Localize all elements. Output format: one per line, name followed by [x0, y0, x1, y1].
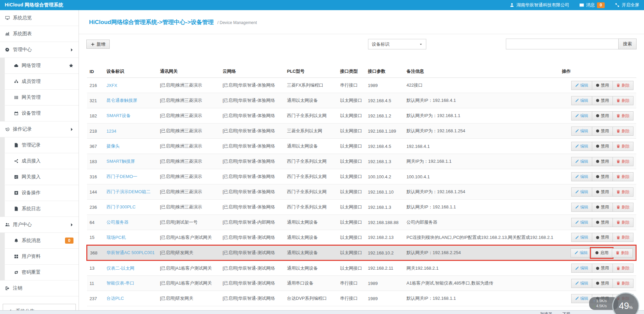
bottombar-item[interactable]: 下载 — [562, 311, 571, 314]
sidebar-item-label: 管理记录 — [22, 142, 41, 148]
disable-button[interactable]: 禁用 — [592, 81, 613, 90]
app-logo[interactable]: HiCloud网络综合管理系统 — [5, 2, 63, 8]
table-row: 144西门子演示DEMO箱二[已启用]株洲三菱演示[已启用]华辰智通-体验网络西… — [87, 184, 636, 200]
edit-button[interactable]: 编辑 — [571, 172, 592, 181]
edit-button[interactable]: 编辑 — [571, 264, 592, 273]
edit-button[interactable]: 编辑 — [571, 157, 592, 166]
sidebar-item-system-log[interactable]: 系统日志 — [0, 201, 79, 217]
edit-button[interactable]: 编辑 — [571, 203, 592, 212]
fullscreen-button[interactable]: 开启全屏 — [615, 2, 639, 8]
delete-button[interactable]: 删除 — [613, 157, 634, 166]
delete-button[interactable]: 删除 — [613, 218, 634, 227]
sidebar-item-gateway-mgmt[interactable]: 网关管理 — [0, 90, 79, 106]
cell-name: 西门子DEMO一 — [104, 169, 157, 184]
delete-button[interactable]: 删除 — [613, 81, 634, 90]
delete-button[interactable]: 删除 — [613, 233, 634, 242]
device-link[interactable]: 智能仪表-串口 — [107, 281, 134, 286]
delete-button[interactable]: 删除 — [613, 172, 634, 181]
disable-button[interactable]: 禁用 — [592, 142, 613, 151]
edit-button-label: 编辑 — [580, 189, 588, 195]
disable-button[interactable]: 禁用 — [592, 127, 613, 136]
enable-button[interactable]: 启用 — [591, 248, 612, 257]
search-input[interactable] — [506, 39, 618, 49]
edit-button[interactable]: 编辑 — [571, 81, 592, 90]
edit-button[interactable]: 编辑 — [571, 142, 592, 151]
delete-button[interactable]: 删除 — [613, 96, 634, 105]
delete-button[interactable]: 删除 — [613, 142, 634, 151]
device-link[interactable]: SMART设备 — [107, 113, 131, 118]
sidebar-item-op-records[interactable]: 操作记录 — [0, 121, 79, 137]
delete-button[interactable]: 删除 — [613, 264, 634, 273]
delete-button[interactable]: 删除 — [613, 203, 634, 212]
sidebar-item-password-reset[interactable]: 密码重置 — [0, 265, 79, 281]
device-link[interactable]: 华辰智通AC 500PLC001 — [107, 250, 155, 255]
edit-button[interactable]: 编辑 — [571, 233, 592, 242]
cell-plc: 西门子全系列以太网 — [284, 200, 338, 215]
sidebar-item-gateway-access[interactable]: 网关接入 — [0, 169, 79, 185]
edit-button[interactable]: 编辑 — [571, 279, 592, 288]
add-button[interactable]: 新增 — [86, 40, 110, 49]
device-link[interactable]: 西门子DEMO一 — [107, 174, 137, 179]
delete-button[interactable]: 删除 — [613, 187, 634, 197]
device-link[interactable]: 摄像头 — [107, 143, 120, 149]
delete-button[interactable]: 删除 — [612, 248, 633, 257]
disable-button[interactable]: 禁用 — [592, 172, 613, 181]
device-link[interactable]: 台达PLC — [107, 296, 124, 301]
disable-button[interactable]: 禁用 — [592, 233, 613, 242]
sidebar-item-device-ops[interactable]: 设备操作 — [0, 185, 79, 201]
edit-button[interactable]: 编辑 — [571, 294, 592, 303]
cell-id: 218 — [87, 124, 104, 139]
sidebar-item-system-overview[interactable]: 系统总览 — [0, 10, 79, 26]
sidebar-item-logout[interactable]: 注销 — [0, 281, 79, 296]
disable-button[interactable]: 禁用 — [592, 157, 613, 166]
device-link[interactable]: 昆仑通泰触摸屏 — [107, 98, 137, 103]
device-link[interactable]: 仪表二-以太网 — [107, 266, 134, 271]
device-link[interactable]: 西门子300PLC — [107, 204, 136, 209]
sidebar-item-admin-records[interactable]: 管理记录 — [0, 137, 79, 153]
company-menu[interactable]: 湖南华辰智通科技有限公司 — [510, 2, 569, 8]
search-button[interactable]: 搜索 — [618, 39, 637, 49]
cell-id: 183 — [87, 154, 104, 169]
disable-button[interactable]: 禁用 — [592, 96, 613, 105]
device-link[interactable]: SMART触摸屏 — [107, 159, 135, 164]
disable-button[interactable]: 禁用 — [592, 187, 613, 197]
browser-bottom-bar: 加速器下载 — [0, 310, 644, 314]
edit-button[interactable]: 编辑 — [571, 187, 592, 197]
disable-button[interactable]: 禁用 — [592, 218, 613, 227]
sidebar-item-label: 管理中心 — [13, 47, 32, 53]
edit-button[interactable]: 编辑 — [571, 96, 592, 105]
disable-button[interactable]: 禁用 — [592, 279, 613, 288]
edit-button[interactable]: 编辑 — [571, 218, 592, 227]
edit-button[interactable]: 编辑 — [571, 248, 592, 257]
edit-button[interactable]: 编辑 — [571, 127, 592, 136]
disable-button[interactable]: 禁用 — [592, 203, 613, 212]
sidebar-item-user-center[interactable]: 用户中心 — [0, 217, 79, 233]
device-link[interactable]: 现场PC机 — [107, 235, 126, 240]
filter-select[interactable]: 设备标识 — [368, 39, 426, 49]
sidebar-item-network-mgmt[interactable]: 网络管理 — [0, 58, 79, 74]
sidebar-item-admin-center[interactable]: 管理中心 — [0, 42, 79, 58]
delete-button[interactable]: 删除 — [613, 111, 634, 120]
cell-iftype: 以太网接口 — [338, 169, 365, 184]
sidebar-item-system-charts[interactable]: 系统图表 — [0, 26, 79, 42]
sidebar-item-system-messages[interactable]: 系统消息0 — [0, 233, 79, 249]
bar-chart-icon — [5, 31, 10, 36]
device-link[interactable]: JXFX — [107, 83, 117, 88]
bottombar-item[interactable]: 加速器 — [540, 311, 552, 314]
disable-button[interactable]: 禁用 — [592, 111, 613, 120]
cell-remark: 默认网关IP：192.168.1.1 — [404, 200, 559, 215]
cell-iftype: 以太网接口 — [338, 93, 365, 108]
messages-menu[interactable]: 消息 0 — [579, 2, 605, 8]
device-link[interactable]: 公司服务器 — [107, 220, 129, 225]
delete-button[interactable]: 删除 — [613, 279, 634, 288]
disable-button[interactable]: 禁用 — [592, 264, 613, 273]
breadcrumb-path: HiCloud网络综合管理系统->管理中心->设备管理 — [89, 19, 214, 25]
device-link[interactable]: 1234 — [107, 129, 116, 134]
edit-button[interactable]: 编辑 — [571, 111, 592, 120]
sidebar-item-member-mgmt[interactable]: 成员管理 — [0, 74, 79, 90]
sidebar-item-user-profile[interactable]: 用户资料 — [0, 249, 79, 265]
sidebar-item-device-mgmt[interactable]: 设备管理 — [0, 106, 79, 121]
device-link[interactable]: 西门子演示DEMO箱二 — [107, 189, 151, 194]
sidebar-item-member-access[interactable]: 成员接入 — [0, 153, 79, 169]
delete-button[interactable]: 删除 — [613, 127, 634, 136]
